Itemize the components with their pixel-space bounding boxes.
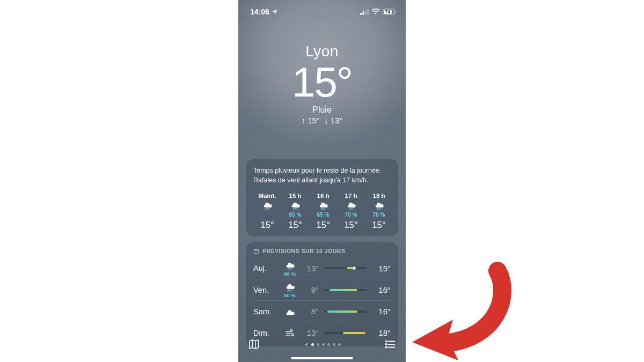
hourly-forecast-card[interactable]: Temps pluvieux pour le reste de la journ… — [246, 159, 398, 236]
day-high-temp: 16° — [372, 307, 391, 316]
day-weather-icon: 50 % — [279, 282, 301, 298]
weather-app-screen: 14:06 74 Lyon 15° Pluie ↑ 15° ↓ 13° — [238, 0, 406, 362]
hour-precip-pct: 65 % — [317, 212, 330, 218]
svg-rect-3 — [367, 9, 369, 15]
annotation-arrow — [404, 257, 522, 362]
hour-temp: 15° — [260, 220, 274, 231]
hour-label: 18 h — [372, 193, 385, 199]
location-arrow-icon — [304, 342, 309, 347]
svg-line-5 — [265, 208, 266, 210]
tenday-forecast-card[interactable]: PRÉVISIONS SUR 10 JOURS Auj.95 %13°15°Ve… — [246, 242, 398, 346]
svg-line-7 — [269, 208, 269, 210]
svg-point-27 — [386, 341, 387, 342]
temp-range-bar — [319, 267, 372, 269]
hourly-item: Maint.015° — [253, 193, 281, 231]
svg-point-28 — [386, 344, 387, 345]
svg-line-8 — [293, 208, 294, 210]
hourly-item: 15 h65 %15° — [281, 193, 309, 231]
hourly-forecast-strip[interactable]: Maint.015°15 h65 %15°16 h65 %15°17 h70 %… — [253, 193, 391, 231]
page-dot — [311, 343, 314, 346]
svg-line-22 — [289, 268, 290, 270]
day-weather-icon — [279, 306, 301, 317]
svg-line-17 — [377, 208, 377, 210]
hour-label: 15 h — [289, 193, 301, 199]
hour-precip-pct: 70 % — [345, 212, 357, 218]
status-time: 14:06 — [250, 8, 269, 16]
hour-weather-icon — [262, 200, 273, 211]
home-indicator[interactable] — [291, 357, 353, 359]
svg-line-14 — [349, 208, 349, 210]
day-low-temp: 9° — [301, 285, 319, 294]
svg-line-12 — [323, 208, 323, 210]
svg-rect-20 — [254, 249, 258, 253]
high-low-temps: ↑ 15° ↓ 13° — [238, 116, 406, 125]
hour-temp: 15° — [372, 220, 386, 231]
page-dot — [322, 343, 325, 346]
forecast-summary: Temps pluvieux pour le reste de la journ… — [253, 166, 391, 185]
temp-range-bar — [319, 289, 372, 291]
day-precip-pct: 95 % — [284, 271, 296, 277]
current-condition: Pluie — [238, 105, 406, 115]
day-weather-icon: 95 % — [279, 260, 301, 277]
current-conditions-header: Lyon 15° Pluie ↑ 15° ↓ 13° — [238, 43, 406, 125]
page-dots[interactable] — [304, 342, 341, 347]
day-low-temp: 13° — [301, 264, 319, 273]
svg-point-29 — [386, 346, 387, 348]
svg-line-13 — [325, 208, 325, 210]
page-dot — [333, 343, 335, 346]
hourly-item: 18 h70 %15° — [365, 193, 391, 231]
day-name: Ven. — [253, 286, 279, 294]
current-temperature: 15° — [238, 61, 406, 103]
tenday-title: PRÉVISIONS SUR 10 JOURS — [253, 248, 391, 254]
day-name: Auj. — [253, 264, 279, 272]
hour-temp: 15° — [288, 220, 302, 231]
locations-list-button[interactable] — [384, 338, 396, 350]
hour-weather-icon — [374, 200, 384, 211]
svg-line-16 — [353, 208, 353, 210]
svg-line-24 — [288, 290, 288, 291]
battery-indicator: 74 — [383, 9, 397, 15]
day-high-temp: 15° — [372, 264, 391, 273]
cellular-signal-icon — [360, 9, 369, 15]
tenday-row[interactable]: Sam.8°16° — [253, 300, 391, 322]
wifi-icon — [371, 9, 380, 15]
svg-line-6 — [267, 208, 267, 210]
svg-rect-1 — [362, 11, 364, 14]
svg-line-18 — [378, 208, 379, 210]
page-dot — [317, 343, 319, 346]
svg-line-19 — [380, 208, 381, 210]
page-dot — [338, 343, 341, 346]
hourly-item: 16 h65 %15° — [309, 193, 337, 231]
hour-temp: 15° — [344, 220, 358, 231]
hour-label: Maint. — [258, 193, 276, 199]
svg-line-11 — [321, 208, 321, 210]
map-button[interactable] — [248, 338, 260, 350]
svg-point-4 — [375, 13, 376, 14]
svg-line-21 — [288, 268, 288, 270]
svg-rect-2 — [364, 10, 366, 14]
hour-weather-icon — [346, 200, 356, 211]
tenday-row[interactable]: Auj.95 %13°15° — [253, 257, 391, 279]
tenday-row[interactable]: Ven.50 %9°16° — [253, 279, 391, 300]
svg-line-10 — [297, 208, 297, 210]
calendar-icon — [253, 248, 259, 254]
status-bar: 14:06 74 — [238, 0, 406, 18]
day-name: Sam. — [253, 307, 279, 316]
temp-range-bar — [319, 311, 372, 313]
svg-rect-0 — [360, 13, 362, 15]
hour-temp: 15° — [316, 220, 330, 231]
hour-weather-icon — [318, 200, 328, 211]
hour-precip-pct: 65 % — [289, 212, 302, 218]
hour-label: 16 h — [317, 193, 329, 199]
hourly-item: 17 h70 %15° — [337, 193, 365, 231]
page-dot — [327, 343, 330, 346]
svg-line-23 — [291, 268, 292, 270]
city-name: Lyon — [238, 43, 406, 60]
hour-weather-icon — [290, 200, 301, 211]
hour-precip-pct: 70 % — [373, 212, 385, 218]
location-services-icon — [272, 9, 278, 15]
svg-line-25 — [289, 290, 290, 291]
day-precip-pct: 50 % — [284, 292, 296, 298]
day-high-temp: 16° — [372, 285, 391, 294]
svg-line-26 — [291, 290, 292, 291]
